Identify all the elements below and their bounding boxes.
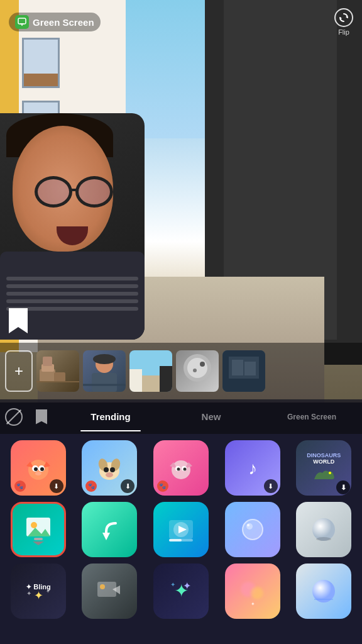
svg-point-20	[200, 362, 205, 367]
svg-point-33	[35, 472, 41, 475]
app-video-icon	[153, 502, 209, 557]
svg-text:✦: ✦	[45, 589, 50, 594]
bookmark-icon	[9, 308, 28, 333]
app-bubble-icon	[225, 502, 280, 557]
app-sparkle[interactable]: ✦ ✦ ✦	[148, 564, 214, 619]
bookmark-button[interactable]	[9, 308, 31, 336]
svg-point-50	[31, 522, 37, 528]
app-music-icon: ♪ ⬇	[225, 440, 280, 496]
download-badge: ⬇	[50, 479, 63, 493]
app-img-downloader[interactable]	[5, 502, 72, 557]
svg-rect-24	[232, 360, 243, 375]
app-bling[interactable]: ✦ Bling ✦ ✦ ✦	[5, 564, 72, 619]
svg-rect-17	[142, 375, 160, 392]
top-bar: Green Screen Flip	[0, 6, 362, 38]
tab-bar: Trending New Green Screen	[0, 399, 362, 434]
paw-badge-3: 🐾	[157, 480, 168, 492]
svg-marker-54	[102, 533, 110, 540]
app-grid-row2	[0, 502, 362, 564]
flip-label: Flip	[338, 28, 349, 36]
svg-point-11	[93, 354, 116, 364]
thumbnail-5[interactable]	[222, 350, 265, 392]
flip-icon	[334, 8, 353, 27]
svg-point-26	[28, 460, 48, 480]
download-badge-music: ⬇	[264, 479, 278, 493]
app-sphere2[interactable]	[290, 564, 357, 619]
svg-point-40	[172, 460, 190, 479]
svg-rect-12	[92, 373, 117, 392]
camera-view	[0, 0, 362, 402]
svg-rect-52	[34, 538, 43, 540]
app-grid-row3: ✦ Bling ✦ ✦ ✦ ✦ ✦	[0, 564, 362, 625]
app-sparkle-icon: ✦ ✦ ✦	[153, 564, 209, 619]
svg-rect-16	[160, 366, 172, 392]
svg-point-21	[193, 369, 197, 372]
svg-point-31	[34, 467, 38, 471]
app-dino[interactable]: DINOSAURS WORLD ⬇	[290, 440, 357, 496]
svg-point-48	[329, 472, 331, 474]
paw-badge: 🐾	[14, 480, 26, 492]
svg-point-38	[110, 467, 115, 472]
app-arrow-back[interactable]	[77, 502, 143, 557]
app-dog[interactable]: 🐾 ⬇	[77, 440, 143, 496]
app-bubble[interactable]	[219, 502, 286, 557]
app-img-downloader-icon	[11, 502, 66, 557]
download-badge-dino: ⬇	[336, 480, 350, 494]
thumbnail-strip: +	[0, 343, 362, 399]
app-grid-row1: 🐾 ⬇ 🐾 ⬇	[0, 434, 362, 502]
app-bling-icon: ✦ Bling ✦ ✦ ✦	[11, 564, 66, 619]
tab-trending-label: Trending	[90, 411, 130, 422]
green-screen-label: Green Screen	[33, 17, 94, 28]
paw-badge-2: 🐾	[85, 480, 97, 492]
tab-new[interactable]: New	[161, 399, 261, 434]
thumbnail-4[interactable]	[176, 350, 219, 392]
svg-point-62	[247, 524, 250, 526]
tab-trending[interactable]: Trending	[60, 399, 161, 434]
app-cat2-icon: 🐾	[153, 440, 209, 496]
svg-point-60	[243, 519, 263, 540]
svg-point-19	[187, 358, 207, 378]
svg-point-46	[183, 468, 186, 471]
svg-point-37	[104, 467, 109, 472]
svg-point-45	[177, 468, 180, 471]
app-grid-area: 🐾 ⬇ 🐾 ⬇	[0, 434, 362, 644]
app-dog-icon: 🐾 ⬇	[82, 440, 137, 496]
thumbnail-3[interactable]	[129, 350, 172, 392]
thumbnail-1[interactable]	[36, 350, 79, 392]
svg-point-76	[251, 587, 263, 599]
app-blur-pink[interactable]: ✦	[219, 564, 286, 619]
app-cat2[interactable]: 🐾	[148, 440, 214, 496]
tab-new-label: New	[202, 411, 221, 422]
svg-point-71	[100, 584, 105, 589]
app-sphere2-icon	[296, 564, 351, 619]
svg-text:✦: ✦	[26, 590, 31, 597]
app-video-player[interactable]	[148, 502, 214, 557]
tab-bookmark-button[interactable]	[28, 399, 55, 434]
tab-greenscreen[interactable]: Green Screen	[261, 399, 362, 434]
tab-block-button[interactable]	[0, 399, 28, 434]
app-cat-fox[interactable]: 🐾 ⬇	[5, 440, 72, 496]
svg-text:✦: ✦	[170, 581, 175, 588]
app-music[interactable]: ♪ ⬇	[219, 440, 286, 496]
svg-rect-59	[169, 539, 182, 541]
app-img-fly[interactable]	[77, 564, 143, 619]
add-media-button[interactable]: +	[5, 350, 33, 392]
svg-rect-0	[18, 18, 26, 24]
green-screen-icon	[15, 15, 29, 29]
app-blur-icon: ✦	[225, 564, 280, 619]
tab-greenscreen-label: Green Screen	[287, 413, 336, 421]
svg-text:✦: ✦	[33, 589, 43, 602]
tab-bookmark-icon	[36, 409, 47, 425]
svg-marker-53	[33, 541, 44, 545]
green-screen-badge: Green Screen	[9, 13, 101, 31]
selfie-overlay	[0, 113, 145, 340]
svg-point-61	[246, 523, 253, 530]
svg-text:✦: ✦	[250, 601, 255, 607]
app-sphere[interactable]	[290, 502, 357, 557]
flip-button[interactable]: Flip	[334, 8, 353, 36]
app-dino-icon: DINOSAURS WORLD ⬇	[296, 440, 351, 496]
svg-text:♪: ♪	[248, 458, 257, 478]
tab-trending-underline	[80, 430, 141, 431]
svg-rect-8	[43, 357, 52, 366]
thumbnail-2[interactable]	[83, 350, 126, 392]
